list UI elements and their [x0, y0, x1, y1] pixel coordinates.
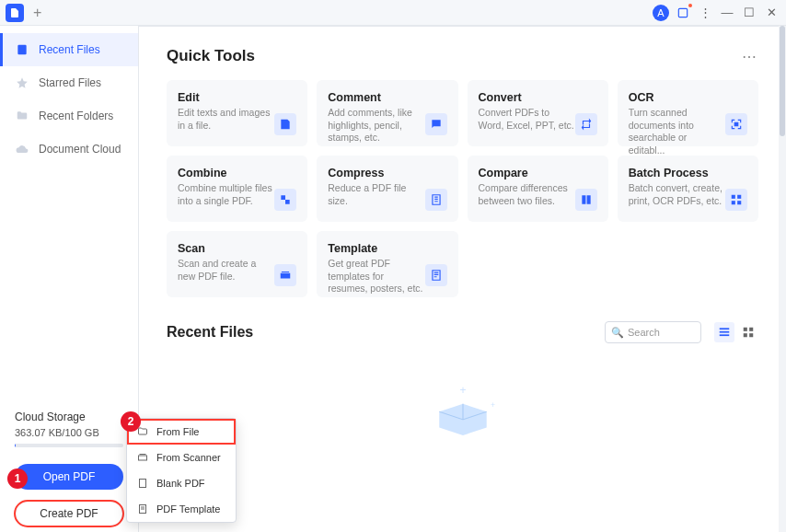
- template-page-icon: [136, 503, 149, 515]
- svg-rect-7: [720, 331, 730, 333]
- menu-from-file[interactable]: From File: [127, 419, 236, 445]
- tool-comment[interactable]: CommentAdd comments, like highlights, pe…: [317, 80, 457, 146]
- menu-item-label: From File: [156, 426, 199, 437]
- svg-text:+: +: [459, 384, 466, 397]
- folder-icon: [15, 109, 29, 123]
- search-placeholder: Search: [628, 327, 660, 338]
- notification-icon[interactable]: [672, 2, 694, 24]
- tool-template[interactable]: TemplateGet great PDF templates for resu…: [317, 231, 457, 297]
- compress-icon: [425, 189, 447, 211]
- svg-rect-15: [139, 456, 147, 460]
- window-close[interactable]: ✕: [760, 2, 782, 24]
- svg-rect-1: [17, 45, 26, 55]
- svg-rect-16: [140, 480, 146, 488]
- blank-page-icon: [136, 477, 149, 490]
- sidebar-item-label: Recent Files: [39, 43, 100, 56]
- sidebar-item-label: Recent Folders: [39, 110, 113, 122]
- menu-icon[interactable]: ⋮: [694, 2, 716, 24]
- sidebar-item-recent-files[interactable]: Recent Files: [0, 33, 138, 66]
- svg-rect-2: [732, 195, 735, 199]
- compare-icon: [575, 189, 597, 211]
- cloud-storage-title: Cloud Storage: [15, 411, 123, 423]
- open-pdf-button[interactable]: Open PDF: [15, 464, 123, 490]
- svg-rect-5: [737, 201, 741, 204]
- svg-rect-8: [720, 334, 730, 336]
- view-grid-icon[interactable]: [738, 322, 758, 342]
- tool-ocr[interactable]: OCRTurn scanned documents into searchabl…: [618, 80, 758, 146]
- empty-state: + +: [167, 380, 758, 435]
- recent-files-heading: Recent Files: [167, 324, 253, 341]
- quick-tools-more-icon[interactable]: ⋯: [742, 48, 758, 65]
- tool-compress[interactable]: CompressReduce a PDF file size.: [317, 156, 457, 222]
- sidebar-item-document-cloud[interactable]: Document Cloud: [0, 133, 138, 166]
- window-minimize[interactable]: —: [716, 2, 738, 24]
- create-pdf-menu: From File From Scanner Blank PDF PDF Tem…: [126, 418, 237, 523]
- star-icon: [15, 75, 29, 90]
- sidebar-item-recent-folders[interactable]: Recent Folders: [0, 99, 138, 133]
- cloud-icon: [15, 142, 29, 156]
- menu-from-scanner[interactable]: From Scanner: [127, 445, 236, 470]
- tool-batch[interactable]: Batch ProcessBatch convert, create, prin…: [618, 156, 758, 222]
- quick-tools-grid: EditEdit texts and images in a file. Com…: [167, 80, 758, 297]
- scrollbar-track[interactable]: [779, 26, 786, 532]
- batch-icon: [725, 189, 747, 211]
- tool-convert[interactable]: ConvertConvert PDFs to Word, Excel, PPT,…: [468, 80, 608, 146]
- svg-text:+: +: [491, 400, 495, 410]
- cloud-storage-bar: [15, 444, 123, 447]
- recent-files-icon: [15, 42, 29, 57]
- ocr-icon: [725, 113, 747, 135]
- tool-scan[interactable]: ScanScan and create a new PDF file.: [167, 231, 307, 297]
- window-maximize[interactable]: ☐: [738, 2, 760, 24]
- app-logo: [6, 4, 24, 22]
- menu-blank-pdf[interactable]: Blank PDF: [127, 470, 236, 496]
- template-icon: [425, 264, 447, 286]
- tool-compare[interactable]: CompareCompare differences between two f…: [468, 156, 608, 222]
- scrollbar-thumb[interactable]: [780, 26, 785, 136]
- create-pdf-button[interactable]: Create PDF: [15, 501, 123, 526]
- edit-icon: [274, 113, 296, 135]
- callout-1: 1: [7, 468, 28, 489]
- combine-icon: [274, 189, 296, 211]
- sidebar: Recent Files Starred Files Recent Folder…: [0, 26, 138, 532]
- menu-item-label: From Scanner: [156, 452, 221, 463]
- empty-box-icon: + +: [422, 380, 504, 435]
- menu-item-label: Blank PDF: [156, 478, 205, 489]
- titlebar: + A ⋮ — ☐ ✕: [0, 0, 786, 26]
- new-tab-button[interactable]: +: [33, 5, 41, 21]
- tool-edit[interactable]: EditEdit texts and images in a file.: [167, 80, 307, 146]
- svg-rect-0: [678, 8, 687, 17]
- sidebar-item-label: Starred Files: [39, 76, 101, 89]
- scan-icon: [274, 264, 296, 286]
- svg-rect-6: [720, 328, 730, 330]
- sidebar-item-starred-files[interactable]: Starred Files: [0, 66, 138, 99]
- menu-item-label: PDF Template: [156, 503, 221, 515]
- svg-rect-3: [737, 195, 741, 199]
- sidebar-item-label: Document Cloud: [39, 143, 121, 156]
- svg-rect-4: [732, 201, 735, 204]
- comment-icon: [425, 113, 447, 135]
- svg-rect-11: [744, 333, 747, 337]
- view-list-icon[interactable]: [714, 322, 734, 342]
- svg-rect-12: [749, 333, 753, 337]
- scanner-icon: [136, 451, 149, 464]
- cloud-storage-usage: 363.07 KB/100 GB: [15, 427, 123, 438]
- svg-rect-10: [749, 328, 753, 331]
- quick-tools-heading: Quick Tools: [167, 47, 255, 65]
- convert-icon: [575, 113, 597, 135]
- search-icon: 🔍: [611, 327, 624, 339]
- cloud-storage-block: Cloud Storage 363.07 KB/100 GB: [0, 411, 138, 458]
- svg-rect-9: [744, 328, 747, 331]
- tool-combine[interactable]: CombineCombine multiple files into a sin…: [167, 156, 307, 222]
- search-input[interactable]: 🔍 Search: [605, 321, 701, 343]
- menu-pdf-template[interactable]: PDF Template: [127, 496, 236, 522]
- avatar-icon[interactable]: A: [650, 2, 672, 24]
- callout-2: 2: [121, 411, 141, 432]
